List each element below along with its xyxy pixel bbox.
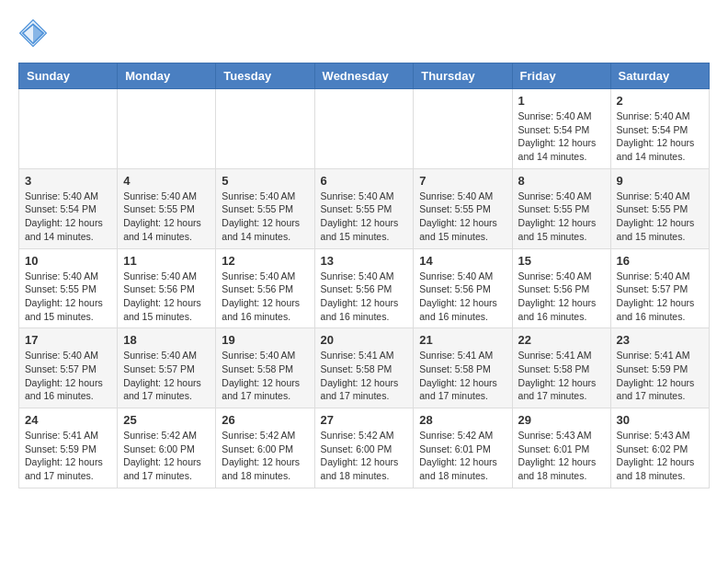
day-detail: Sunrise: 5:40 AM Sunset: 5:55 PM Dayligh… (25, 270, 111, 324)
table-cell (216, 89, 314, 169)
day-detail: Sunrise: 5:42 AM Sunset: 6:01 PM Dayligh… (419, 429, 506, 483)
day-detail: Sunrise: 5:41 AM Sunset: 5:58 PM Dayligh… (419, 349, 506, 403)
day-detail: Sunrise: 5:41 AM Sunset: 5:59 PM Dayligh… (25, 429, 111, 483)
table-cell: 9Sunrise: 5:40 AM Sunset: 5:55 PM Daylig… (610, 168, 709, 248)
day-detail: Sunrise: 5:40 AM Sunset: 5:55 PM Dayligh… (419, 190, 506, 244)
table-cell: 19Sunrise: 5:40 AM Sunset: 5:58 PM Dayli… (216, 328, 314, 408)
day-detail: Sunrise: 5:40 AM Sunset: 5:55 PM Dayligh… (321, 190, 408, 244)
day-number: 9 (617, 174, 703, 188)
day-number: 14 (419, 254, 506, 268)
day-number: 8 (518, 174, 605, 188)
day-detail: Sunrise: 5:42 AM Sunset: 6:00 PM Dayligh… (123, 429, 210, 483)
day-number: 24 (25, 413, 111, 427)
day-number: 1 (518, 94, 605, 108)
day-number: 3 (25, 174, 111, 188)
table-cell: 28Sunrise: 5:42 AM Sunset: 6:01 PM Dayli… (414, 408, 512, 488)
day-detail: Sunrise: 5:40 AM Sunset: 5:56 PM Dayligh… (518, 270, 605, 324)
table-cell: 12Sunrise: 5:40 AM Sunset: 5:56 PM Dayli… (216, 248, 314, 328)
day-number: 11 (123, 254, 210, 268)
day-number: 30 (617, 413, 703, 427)
day-detail: Sunrise: 5:42 AM Sunset: 6:00 PM Dayligh… (321, 429, 408, 483)
header-thursday: Thursday (414, 63, 512, 89)
day-number: 28 (419, 413, 506, 427)
day-detail: Sunrise: 5:40 AM Sunset: 5:56 PM Dayligh… (321, 270, 408, 324)
day-detail: Sunrise: 5:43 AM Sunset: 6:01 PM Dayligh… (518, 429, 605, 483)
day-number: 22 (518, 333, 605, 347)
header-saturday: Saturday (610, 63, 709, 89)
day-detail: Sunrise: 5:40 AM Sunset: 5:54 PM Dayligh… (25, 190, 111, 244)
day-detail: Sunrise: 5:40 AM Sunset: 5:54 PM Dayligh… (617, 109, 703, 164)
table-cell: 18Sunrise: 5:40 AM Sunset: 5:57 PM Dayli… (118, 328, 216, 408)
week-row-2: 3Sunrise: 5:40 AM Sunset: 5:54 PM Daylig… (19, 168, 710, 248)
week-row-5: 24Sunrise: 5:41 AM Sunset: 5:59 PM Dayli… (19, 408, 710, 488)
table-cell: 26Sunrise: 5:42 AM Sunset: 6:00 PM Dayli… (216, 408, 314, 488)
day-detail: Sunrise: 5:40 AM Sunset: 5:57 PM Dayligh… (25, 349, 111, 403)
calendar-table: SundayMondayTuesdayWednesdayThursdayFrid… (18, 63, 710, 488)
day-detail: Sunrise: 5:40 AM Sunset: 5:55 PM Dayligh… (222, 190, 308, 244)
table-cell: 15Sunrise: 5:40 AM Sunset: 5:56 PM Dayli… (512, 248, 610, 328)
table-cell: 7Sunrise: 5:40 AM Sunset: 5:55 PM Daylig… (414, 168, 512, 248)
table-cell (118, 89, 216, 169)
day-detail: Sunrise: 5:40 AM Sunset: 5:55 PM Dayligh… (518, 190, 605, 244)
day-detail: Sunrise: 5:40 AM Sunset: 5:56 PM Dayligh… (222, 270, 308, 324)
logo (18, 18, 51, 48)
page-header (18, 18, 710, 48)
table-cell: 27Sunrise: 5:42 AM Sunset: 6:00 PM Dayli… (314, 408, 414, 488)
day-number: 10 (25, 254, 111, 268)
table-cell: 14Sunrise: 5:40 AM Sunset: 5:56 PM Dayli… (414, 248, 512, 328)
header-sunday: Sunday (19, 63, 118, 89)
table-cell: 5Sunrise: 5:40 AM Sunset: 5:55 PM Daylig… (216, 168, 314, 248)
day-number: 19 (222, 333, 308, 347)
table-cell: 30Sunrise: 5:43 AM Sunset: 6:02 PM Dayli… (610, 408, 709, 488)
day-detail: Sunrise: 5:41 AM Sunset: 5:58 PM Dayligh… (321, 349, 408, 403)
day-number: 20 (321, 333, 408, 347)
day-detail: Sunrise: 5:40 AM Sunset: 5:56 PM Dayligh… (419, 270, 506, 324)
table-cell: 20Sunrise: 5:41 AM Sunset: 5:58 PM Dayli… (314, 328, 414, 408)
table-cell: 2Sunrise: 5:40 AM Sunset: 5:54 PM Daylig… (610, 89, 709, 169)
table-cell: 10Sunrise: 5:40 AM Sunset: 5:55 PM Dayli… (19, 248, 118, 328)
table-cell: 13Sunrise: 5:40 AM Sunset: 5:56 PM Dayli… (314, 248, 414, 328)
header-tuesday: Tuesday (216, 63, 314, 89)
day-detail: Sunrise: 5:40 AM Sunset: 5:55 PM Dayligh… (617, 190, 703, 244)
table-cell: 21Sunrise: 5:41 AM Sunset: 5:58 PM Dayli… (414, 328, 512, 408)
header-friday: Friday (512, 63, 610, 89)
day-number: 25 (123, 413, 210, 427)
day-detail: Sunrise: 5:40 AM Sunset: 5:54 PM Dayligh… (518, 109, 605, 164)
day-detail: Sunrise: 5:43 AM Sunset: 6:02 PM Dayligh… (617, 429, 703, 483)
day-number: 23 (617, 333, 703, 347)
header-monday: Monday (118, 63, 216, 89)
calendar-header-row: SundayMondayTuesdayWednesdayThursdayFrid… (19, 63, 710, 89)
week-row-4: 17Sunrise: 5:40 AM Sunset: 5:57 PM Dayli… (19, 328, 710, 408)
day-detail: Sunrise: 5:41 AM Sunset: 5:58 PM Dayligh… (518, 349, 605, 403)
day-detail: Sunrise: 5:40 AM Sunset: 5:56 PM Dayligh… (123, 270, 210, 324)
table-cell (414, 89, 512, 169)
table-cell: 17Sunrise: 5:40 AM Sunset: 5:57 PM Dayli… (19, 328, 118, 408)
day-detail: Sunrise: 5:40 AM Sunset: 5:55 PM Dayligh… (123, 190, 210, 244)
table-cell (314, 89, 414, 169)
day-detail: Sunrise: 5:40 AM Sunset: 5:57 PM Dayligh… (617, 270, 703, 324)
table-cell: 3Sunrise: 5:40 AM Sunset: 5:54 PM Daylig… (19, 168, 118, 248)
day-number: 27 (321, 413, 408, 427)
day-number: 29 (518, 413, 605, 427)
day-number: 17 (25, 333, 111, 347)
day-number: 2 (617, 94, 703, 108)
table-cell (19, 89, 118, 169)
week-row-1: 1Sunrise: 5:40 AM Sunset: 5:54 PM Daylig… (19, 89, 710, 169)
header-wednesday: Wednesday (314, 63, 414, 89)
table-cell: 1Sunrise: 5:40 AM Sunset: 5:54 PM Daylig… (512, 89, 610, 169)
day-number: 13 (321, 254, 408, 268)
table-cell: 25Sunrise: 5:42 AM Sunset: 6:00 PM Dayli… (118, 408, 216, 488)
day-number: 18 (123, 333, 210, 347)
day-detail: Sunrise: 5:41 AM Sunset: 5:59 PM Dayligh… (617, 349, 703, 403)
day-number: 4 (123, 174, 210, 188)
day-number: 26 (222, 413, 308, 427)
table-cell: 11Sunrise: 5:40 AM Sunset: 5:56 PM Dayli… (118, 248, 216, 328)
table-cell: 29Sunrise: 5:43 AM Sunset: 6:01 PM Dayli… (512, 408, 610, 488)
day-number: 5 (222, 174, 308, 188)
day-detail: Sunrise: 5:40 AM Sunset: 5:58 PM Dayligh… (222, 349, 308, 403)
day-number: 12 (222, 254, 308, 268)
logo-icon (18, 18, 48, 48)
table-cell: 8Sunrise: 5:40 AM Sunset: 5:55 PM Daylig… (512, 168, 610, 248)
table-cell: 22Sunrise: 5:41 AM Sunset: 5:58 PM Dayli… (512, 328, 610, 408)
table-cell: 23Sunrise: 5:41 AM Sunset: 5:59 PM Dayli… (610, 328, 709, 408)
